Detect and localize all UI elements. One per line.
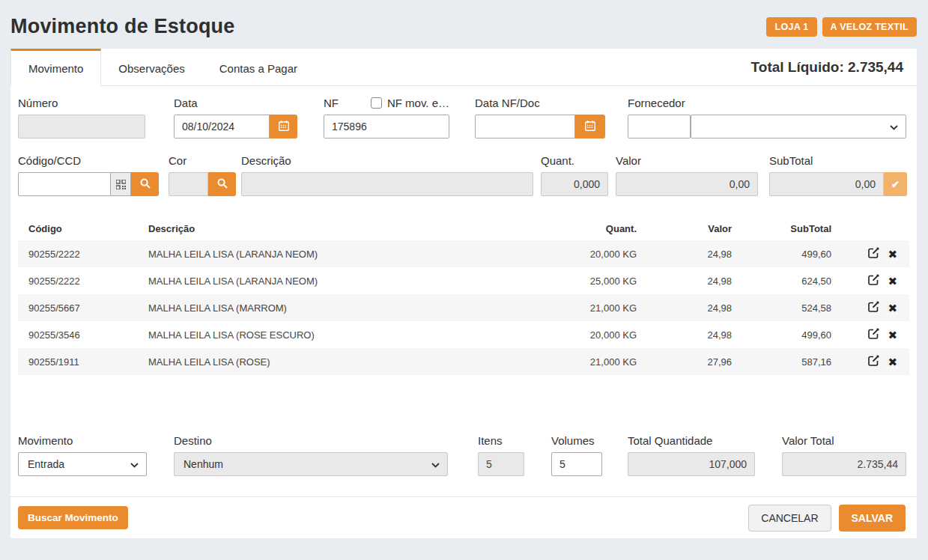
valor-total-label: Valor Total [782,434,906,447]
cell-quant: 25,000 KG [517,267,637,294]
codigo-ccd-field[interactable] [18,172,111,196]
nf-mov-checkbox[interactable] [371,97,382,109]
cell-codigo: 90255/5667 [18,294,138,321]
col-quant: Quant. [517,219,637,240]
cell-subtotal: 524,58 [732,294,831,321]
delete-icon[interactable]: ✖ [888,356,897,368]
fornecedor-code-field[interactable] [628,115,691,139]
numero-label: Número [18,97,145,109]
cell-descricao: MALHA LEILA LISA (LARANJA NEOM) [138,267,517,294]
data-nf-doc-label: Data NF/Doc [475,97,605,109]
buscar-movimento-button[interactable]: Buscar Movimento [18,506,128,529]
codigo-search-button[interactable] [131,172,159,196]
calendar-icon [278,120,290,134]
table-header-row: Código Descrição Quant. Valor SubTotal [18,219,909,240]
cell-quant: 20,000 KG [517,321,637,348]
total-liquido: Total Líquido: 2.735,44 [751,49,917,85]
numero-field [18,115,145,139]
cell-descricao: MALHA LEILA LISA (LARANJA NEOM) [138,240,517,267]
destino-selected-value: Nenhum [184,458,223,470]
cor-label: Cor [169,154,236,167]
data-calendar-button[interactable] [270,115,297,139]
edit-icon[interactable] [867,246,880,261]
cell-valor: 24,98 [637,267,732,294]
col-valor: Valor [637,219,732,240]
form-row-2: Código/CCD Cor [10,154,917,196]
edit-icon[interactable] [867,273,880,288]
quant-field [541,172,608,196]
search-icon [140,178,151,191]
cell-subtotal: 499,60 [732,240,831,267]
cell-codigo: 90255/3546 [18,321,138,348]
nf-field[interactable] [324,115,449,139]
qrcode-icon[interactable] [111,172,131,196]
col-actions [831,219,909,240]
data-field[interactable] [174,115,270,139]
volumes-label: Volumes [551,434,602,447]
fornecedor-label: Fornecedor [628,97,906,109]
col-descricao: Descrição [138,219,517,240]
cell-valor: 24,98 [637,240,732,267]
add-item-button[interactable]: ✔ [884,172,907,196]
cell-codigo: 90255/2222 [18,267,138,294]
data-nf-doc-calendar-button[interactable] [575,115,605,139]
cell-subtotal: 587,16 [732,348,831,375]
table-row: 90255/3546 MALHA LEILA LISA (ROSE ESCURO… [18,321,909,348]
total-quantidade-label: Total Quantidade [628,434,755,447]
page-title: Movimento de Estoque [10,15,235,38]
cell-quant: 21,000 KG [517,348,637,375]
delete-icon[interactable]: ✖ [888,249,897,260]
nf-label: NF [324,97,339,109]
table-row: 90255/2222 MALHA LEILA LISA (LARANJA NEO… [18,240,909,267]
cell-subtotal: 624,50 [732,267,831,294]
edit-icon[interactable] [867,354,880,369]
itens-label: Itens [478,434,524,447]
cor-search-button[interactable] [208,172,236,196]
cell-descricao: MALHA LEILA LISA (MARROM) [138,294,517,321]
cell-valor: 24,98 [637,294,732,321]
chevron-down-icon [431,458,440,470]
form-area: Número Data NF [10,86,917,196]
tab-observacoes[interactable]: Observações [101,49,201,85]
search-icon [217,178,228,191]
header-buttons: LOJA 1 A VELOZ TEXTIL [766,17,917,37]
valor-field [616,172,758,196]
cor-field [169,172,208,196]
summary-row: Movimento Entrada Destino Nenhum Itens V… [10,434,917,476]
chevron-down-icon [890,121,898,133]
delete-icon[interactable]: ✖ [888,302,897,314]
tab-contas-a-pagar[interactable]: Contas a Pagar [202,49,315,85]
data-nf-doc-field[interactable] [475,115,575,139]
cell-quant: 21,000 KG [517,294,637,321]
chevron-down-icon [130,458,139,470]
itens-field [478,452,524,476]
delete-icon[interactable]: ✖ [888,329,897,341]
subtotal-label: SubTotal [769,154,907,167]
cell-valor: 24,98 [637,321,732,348]
volumes-field[interactable] [551,452,602,476]
tab-movimento[interactable]: Movimento [10,49,101,86]
fornecedor-select[interactable] [691,115,906,139]
salvar-button[interactable]: SALVAR [839,505,906,532]
edit-icon[interactable] [867,327,880,342]
cancelar-button[interactable]: CANCELAR [748,505,831,532]
descricao-field [241,172,533,196]
tab-bar: Movimento Observações Contas a Pagar Tot… [10,49,917,86]
company-button[interactable]: A VELOZ TEXTIL [822,17,917,37]
valor-total-field [782,452,906,476]
destino-select[interactable]: Nenhum [174,452,448,476]
cell-subtotal: 499,60 [732,321,831,348]
cell-descricao: MALHA LEILA LISA (ROSE) [138,348,517,375]
table-row: 90255/1911 MALHA LEILA LISA (ROSE) 21,00… [18,348,909,375]
check-icon: ✔ [891,179,900,190]
subtotal-field [769,172,884,196]
edit-icon[interactable] [867,300,880,315]
page-header: Movimento de Estoque LOJA 1 A VELOZ TEXT… [0,0,928,49]
nf-mov-checkbox-label: NF mov. e… [387,97,449,109]
movimento-label: Movimento [18,434,147,447]
delete-icon[interactable]: ✖ [888,276,897,287]
destino-label: Destino [174,434,448,447]
store-button[interactable]: LOJA 1 [766,17,816,37]
movimento-select[interactable]: Entrada [18,452,147,476]
total-quantidade-field [628,452,755,476]
